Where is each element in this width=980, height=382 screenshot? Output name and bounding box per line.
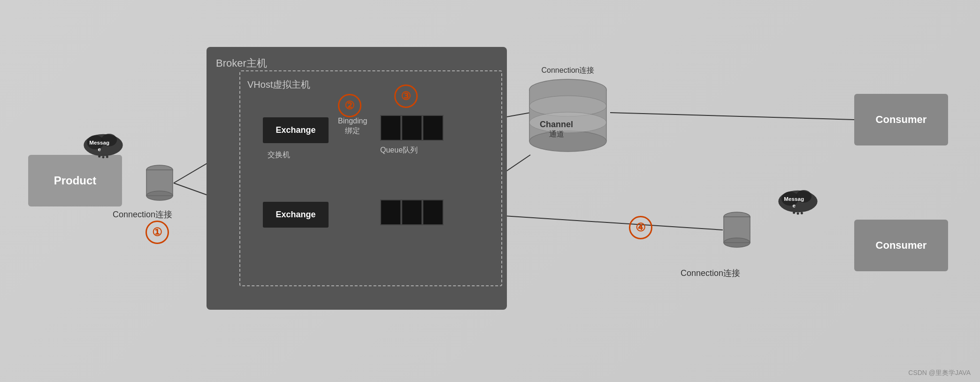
svg-text:e: e: [98, 146, 101, 152]
channel-label: Channel: [540, 120, 573, 130]
channel-area: Connection连接 Channel 通道: [526, 66, 610, 160]
consumer2-cylinder: [723, 211, 751, 251]
svg-point-19: [98, 155, 100, 158]
watermark: CSDN @里奥学JAVA: [908, 369, 971, 377]
product-box: Product: [28, 155, 122, 206]
channel-sublabel: 通道: [540, 130, 573, 139]
svg-point-20: [102, 156, 105, 159]
bingding-label2: 绑定: [338, 126, 367, 136]
circle-1: ①: [145, 221, 169, 244]
queue-label: Queue队列: [380, 145, 418, 155]
channel-cylinder-svg: [526, 78, 610, 153]
svg-line-7: [610, 113, 854, 120]
exchange1-label: Exchange: [276, 125, 315, 135]
queue1-cell3: [422, 115, 444, 141]
circle-3: ③: [394, 84, 418, 108]
consumer2-box: Consumer: [854, 220, 948, 271]
exchange-sublabel: 交换机: [268, 150, 290, 160]
svg-text:e: e: [792, 202, 796, 208]
circle-2: ②: [338, 94, 361, 117]
svg-point-39: [797, 213, 799, 215]
bingding-box: Bingding 绑定: [338, 116, 367, 136]
diagram-container: Broker主机 VHost虚拟主机 Exchange Exchange 交换机…: [0, 0, 980, 382]
vhost-box: VHost虚拟主机: [239, 70, 502, 286]
queue2-cell1: [380, 199, 401, 225]
channel-text: Channel 通道: [540, 120, 573, 139]
exchange1-box: Exchange: [263, 117, 329, 143]
conn-label-product: Connection连接: [113, 209, 172, 220]
message-cloud-product: Messag e: [80, 127, 127, 161]
consumer2-label: Consumer: [876, 239, 927, 252]
message-cloud-consumer2: Messag e: [774, 183, 821, 218]
queue2-cell3: [422, 199, 444, 225]
product-label: Product: [54, 174, 97, 187]
svg-point-38: [793, 212, 795, 214]
queue1-group: [380, 115, 444, 141]
connection-label-top: Connection连接: [526, 66, 610, 76]
conn-label-consumer2: Connection连接: [681, 267, 740, 279]
circle-4: ④: [629, 216, 652, 239]
bingding-label1: Bingding: [338, 116, 367, 126]
broker-title: Broker主机: [216, 56, 498, 70]
exchange2-box: Exchange: [263, 202, 329, 228]
consumer1-box: Consumer: [854, 94, 948, 145]
consumer1-label: Consumer: [876, 114, 927, 126]
queue2-cell2: [401, 199, 422, 225]
svg-point-40: [801, 212, 803, 214]
vhost-title: VHost虚拟主机: [247, 78, 494, 91]
product-cylinder: [145, 164, 174, 204]
svg-text:Messag: Messag: [784, 196, 804, 202]
queue1-cell2: [401, 115, 422, 141]
exchange2-label: Exchange: [276, 210, 315, 220]
queue2-group: [380, 199, 444, 225]
queue1-cell1: [380, 115, 401, 141]
svg-text:Messag: Messag: [89, 139, 109, 145]
svg-point-21: [106, 156, 108, 158]
